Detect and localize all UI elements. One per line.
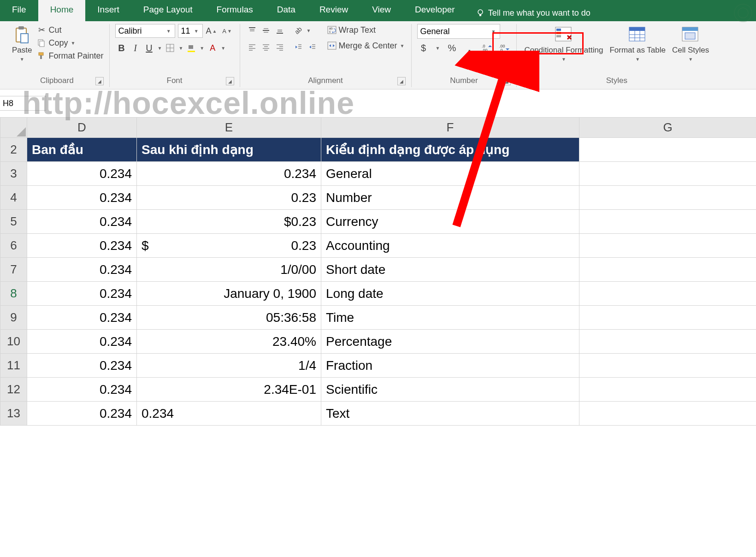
- tab-formulas[interactable]: Formulas: [205, 0, 265, 21]
- format-as-table-button[interactable]: Format as Table ▼: [608, 24, 667, 63]
- cell[interactable]: [579, 210, 756, 234]
- cell[interactable]: Sau khi định dạng: [137, 138, 321, 162]
- row-header[interactable]: 7: [0, 258, 27, 282]
- cell[interactable]: 0.234: [27, 402, 137, 426]
- chevron-down-icon[interactable]: ▼: [220, 46, 226, 51]
- cell[interactable]: Scientific: [321, 378, 579, 402]
- dialog-launcher-icon[interactable]: ◢: [502, 77, 511, 85]
- cell[interactable]: Percentage: [321, 330, 579, 354]
- column-header[interactable]: E: [137, 118, 321, 138]
- row-header[interactable]: 9: [0, 306, 27, 330]
- align-bottom-button[interactable]: [273, 24, 286, 37]
- cell[interactable]: [579, 330, 756, 354]
- tab-page-layout[interactable]: Page Layout: [131, 0, 205, 21]
- spreadsheet-grid[interactable]: DEFG 2Ban đầuSau khi định dạngKiểu định …: [0, 117, 756, 426]
- tell-me-search[interactable]: Tell me what you want to do: [467, 0, 600, 21]
- cell[interactable]: 0.234: [27, 162, 137, 186]
- cell[interactable]: Number: [321, 186, 579, 210]
- column-header[interactable]: D: [27, 118, 137, 138]
- row-header[interactable]: 10: [0, 330, 27, 354]
- dialog-launcher-icon[interactable]: ◢: [95, 77, 104, 85]
- decrease-indent-button[interactable]: [292, 41, 305, 53]
- cell[interactable]: [579, 306, 756, 330]
- cell[interactable]: General: [321, 162, 579, 186]
- row-header[interactable]: 6: [0, 234, 27, 258]
- cell[interactable]: [579, 402, 756, 426]
- font-name-select[interactable]: Calibri▼: [115, 24, 175, 38]
- cut-button[interactable]: ✂ Cut: [36, 24, 103, 36]
- increase-indent-button[interactable]: [306, 41, 319, 53]
- font-color-button[interactable]: A: [206, 41, 219, 54]
- cell[interactable]: [579, 162, 756, 186]
- row-header[interactable]: 8: [0, 282, 27, 306]
- cell[interactable]: 0.234: [27, 258, 137, 282]
- cell[interactable]: 0.234: [137, 162, 321, 186]
- cell[interactable]: Currency: [321, 210, 579, 234]
- cell[interactable]: Long date: [321, 282, 579, 306]
- cell[interactable]: 0.234: [27, 210, 137, 234]
- tab-review[interactable]: Review: [307, 0, 360, 21]
- chevron-down-icon[interactable]: ▼: [435, 46, 441, 51]
- row-header[interactable]: 4: [0, 186, 27, 210]
- cell[interactable]: [579, 354, 756, 378]
- cell[interactable]: 0.234: [27, 186, 137, 210]
- tab-data[interactable]: Data: [265, 0, 307, 21]
- chevron-down-icon[interactable]: ▼: [199, 46, 205, 51]
- cell[interactable]: 23.40%: [137, 330, 321, 354]
- align-center-button[interactable]: [260, 41, 272, 53]
- tab-home[interactable]: Home: [38, 0, 86, 21]
- chevron-down-icon[interactable]: ▼: [306, 28, 312, 33]
- cell[interactable]: 05:36:58: [137, 306, 321, 330]
- cell-styles-button[interactable]: Cell Styles ▼: [670, 24, 711, 63]
- cell[interactable]: [579, 234, 756, 258]
- cell[interactable]: 0.23: [137, 186, 321, 210]
- cell[interactable]: $0.23: [137, 210, 321, 234]
- merge-center-button[interactable]: Merge & Center ▼: [327, 40, 406, 52]
- align-left-button[interactable]: [246, 41, 259, 53]
- row-header[interactable]: 11: [0, 354, 27, 378]
- cell[interactable]: Accounting: [321, 234, 579, 258]
- chevron-down-icon[interactable]: ▼: [157, 46, 163, 51]
- name-box[interactable]: H8: [0, 96, 46, 111]
- align-right-button[interactable]: [273, 41, 286, 53]
- cell[interactable]: 0.234: [27, 378, 137, 402]
- row-header[interactable]: 13: [0, 402, 27, 426]
- cell[interactable]: 0.234: [27, 234, 137, 258]
- cell[interactable]: Short date: [321, 258, 579, 282]
- bold-button[interactable]: B: [115, 41, 128, 54]
- percent-format-button[interactable]: %: [445, 41, 458, 54]
- cell[interactable]: 1/4: [137, 354, 321, 378]
- cell[interactable]: $0.23: [137, 234, 321, 258]
- accounting-format-button[interactable]: $: [417, 41, 430, 54]
- cell[interactable]: 0.234: [137, 402, 321, 426]
- column-header[interactable]: F: [321, 118, 579, 138]
- paste-button[interactable]: Paste ▼: [10, 24, 34, 63]
- row-header[interactable]: 12: [0, 378, 27, 402]
- select-all-corner[interactable]: [0, 118, 27, 138]
- cell[interactable]: Ban đầu: [27, 138, 137, 162]
- dialog-launcher-icon[interactable]: ◢: [226, 77, 234, 85]
- cell[interactable]: 2.34E-01: [137, 378, 321, 402]
- tab-file[interactable]: File: [0, 0, 38, 21]
- chevron-down-icon[interactable]: ▼: [177, 46, 184, 51]
- increase-decimal-button[interactable]: .0.00: [480, 41, 493, 54]
- conditional-formatting-button[interactable]: Conditional Formatting ▼: [522, 24, 605, 63]
- cell[interactable]: [579, 378, 756, 402]
- tab-developer[interactable]: Developer: [403, 0, 467, 21]
- cell[interactable]: 0.234: [27, 330, 137, 354]
- cell[interactable]: 0.234: [27, 354, 137, 378]
- align-top-button[interactable]: [246, 24, 259, 37]
- cell[interactable]: [579, 186, 756, 210]
- wrap-text-button[interactable]: abc Wrap Text: [327, 24, 406, 36]
- decrease-decimal-button[interactable]: .00.0: [498, 41, 511, 54]
- cell[interactable]: 0.234: [27, 306, 137, 330]
- cell[interactable]: [579, 258, 756, 282]
- number-format-select[interactable]: General▼: [417, 24, 500, 39]
- cell[interactable]: 1/0/00: [137, 258, 321, 282]
- tab-insert[interactable]: Insert: [85, 0, 131, 21]
- row-header[interactable]: 5: [0, 210, 27, 234]
- row-header[interactable]: 2: [0, 138, 27, 162]
- cell[interactable]: Text: [321, 402, 579, 426]
- cell[interactable]: Kiểu định dạng được áp dụng: [321, 138, 579, 162]
- orientation-button[interactable]: ab: [292, 24, 305, 37]
